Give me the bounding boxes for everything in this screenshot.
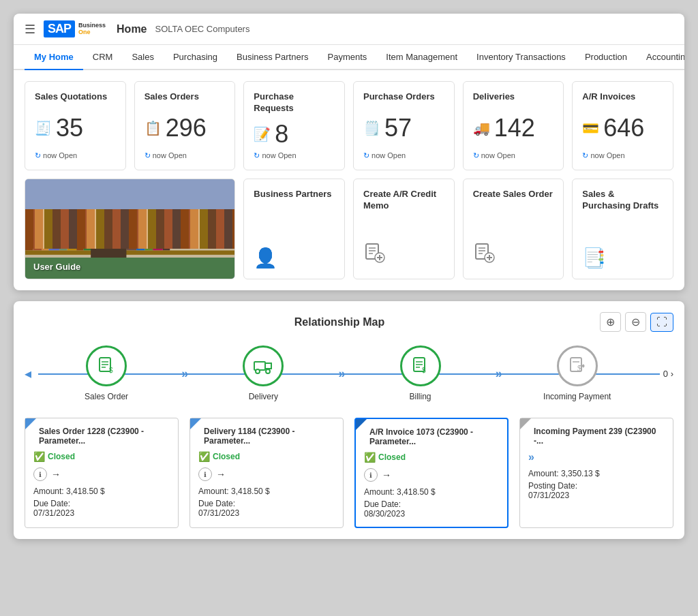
fullscreen-button[interactable]: ⛶	[650, 313, 673, 332]
hamburger-icon[interactable]: ☰	[25, 22, 35, 37]
sap-text: SAP	[44, 20, 75, 37]
amount-value: 3,418.50 $	[66, 487, 105, 496]
card-business-partners[interactable]: Business Partners 👤	[243, 179, 345, 279]
card-footer: ↻ now Open	[145, 151, 226, 160]
card-purchase-orders[interactable]: Purchase Orders 🗒️ 57 ↻ now Open	[353, 81, 455, 170]
footer-now: now	[153, 151, 166, 159]
card-purchase-requests[interactable]: Purchase Requests 📝 8 ↻ now Open	[243, 81, 345, 170]
nav-item-production[interactable]: Production	[575, 45, 637, 70]
svg-rect-13	[119, 220, 126, 250]
svg-rect-8	[76, 220, 83, 250]
purchase-orders-icon: 🗒️	[363, 120, 380, 136]
doc-amount: Amount: 3,418.50 $	[33, 487, 170, 496]
nav-item-crm[interactable]: CRM	[83, 45, 123, 70]
status-label: Closed	[213, 452, 240, 461]
main-window: ☰ SAP Business One Home SOLTA OEC Comput…	[14, 14, 684, 290]
card-count-row: 📝 8	[254, 120, 335, 149]
card-title: Purchase Orders	[363, 91, 444, 103]
card-corner	[520, 418, 531, 429]
footer-label: Open	[387, 151, 406, 159]
user-guide-card[interactable]: User Guide	[25, 179, 235, 279]
svg-rect-10	[93, 222, 102, 251]
footer-now: now	[481, 151, 495, 159]
amount-value: 3,418.50 $	[231, 487, 270, 496]
card-title: Sales Quotations	[35, 91, 116, 103]
card-count-row: 🧾 35	[35, 114, 116, 142]
doc-double-arrow-row: »	[528, 451, 665, 463]
refresh-icon[interactable]: ↻	[35, 151, 41, 159]
amount-label: Amount:	[364, 487, 395, 497]
create-ar-icon	[363, 243, 444, 269]
nav-item-payments[interactable]: Payments	[318, 45, 376, 70]
card-count-row: 🚚 142	[473, 114, 554, 142]
status-check-icon: ✅	[198, 451, 210, 462]
doc-card-title: A/R Invoice 1073 (C23900 - Parameter...	[364, 427, 499, 446]
svg-rect-5	[48, 222, 59, 251]
card-title: Business Partners	[254, 189, 335, 200]
footer-now: now	[262, 151, 275, 159]
due-date-value: 08/30/2023	[364, 509, 405, 519]
timeline-node-delivery[interactable]: Delivery	[183, 345, 344, 401]
card-title: Create A/R Credit Memo	[363, 189, 444, 212]
doc-card-ar-invoice[interactable]: A/R Invoice 1073 (C23900 - Parameter... …	[354, 418, 509, 528]
svg-rect-14	[126, 218, 136, 250]
card-create-sales-order[interactable]: Create Sales Order	[463, 179, 564, 279]
card-create-ar-credit-memo[interactable]: Create A/R Credit Memo	[353, 179, 455, 279]
refresh-icon[interactable]: ↻	[254, 151, 260, 159]
info-button[interactable]: ℹ	[364, 468, 378, 482]
svg-marker-44	[265, 363, 271, 369]
nav-item-purchasing[interactable]: Purchasing	[164, 45, 227, 70]
card-footer: ↻ now Open	[254, 151, 335, 160]
sap-subtitle: Business One	[78, 22, 106, 36]
card-corner	[25, 418, 36, 429]
doc-card-incoming-payment[interactable]: Incoming Payment 239 (C23900 -... » Amou…	[519, 418, 673, 528]
doc-card-delivery[interactable]: Delivery 1184 (C23900 - Parameter... ✅ C…	[189, 418, 344, 528]
card-sales-quotations[interactable]: Sales Quotations 🧾 35 ↻ now Open	[25, 81, 126, 170]
timeline-node-incoming-payment[interactable]: $ Incoming Payment	[497, 345, 658, 401]
card-title: Deliveries	[473, 91, 554, 103]
svg-point-45	[256, 369, 260, 373]
nav-item-inventory[interactable]: Inventory Transactions	[467, 45, 575, 70]
nav-bar: My Home CRM Sales Purchasing Business Pa…	[14, 45, 684, 70]
card-sales-orders[interactable]: Sales Orders 📋 296 ↻ now Open	[134, 81, 236, 170]
sales-order-node-circle: $	[86, 345, 127, 386]
arrow-icon: →	[51, 469, 61, 480]
nav-item-item-management[interactable]: Item Management	[376, 45, 467, 70]
card-count: 57	[384, 114, 412, 142]
footer-now: now	[590, 151, 604, 159]
nav-item-accounting[interactable]: Accounting	[637, 45, 684, 70]
amount-label: Amount:	[33, 487, 64, 496]
card-footer: ↻ now Open	[582, 151, 663, 160]
card-title: Create Sales Order	[473, 189, 554, 200]
user-guide-label: User Guide	[33, 262, 80, 272]
zoom-out-button[interactable]: ⊖	[625, 312, 646, 332]
refresh-icon[interactable]: ↻	[473, 151, 479, 159]
nav-item-myhome[interactable]: My Home	[25, 45, 83, 70]
card-sales-purchasing-drafts[interactable]: Sales & Purchasing Drafts 📑	[572, 179, 673, 279]
svg-point-20	[94, 217, 123, 248]
zoom-in-button[interactable]: ⊕	[600, 312, 621, 332]
nav-item-business-partners[interactable]: Business Partners	[227, 45, 318, 70]
card-count: 142	[494, 114, 535, 142]
cards-section: Sales Quotations 🧾 35 ↻ now Open Sales O…	[14, 70, 684, 290]
card-ar-invoices[interactable]: A/R Invoices 💳 646 ↻ now Open	[572, 81, 673, 170]
info-button[interactable]: ℹ	[33, 467, 47, 481]
due-label: Posting Date:	[528, 481, 577, 491]
timeline-node-sales-order[interactable]: $ Sales Order	[26, 345, 187, 401]
refresh-icon[interactable]: ↻	[363, 151, 369, 159]
footer-label: Open	[59, 151, 77, 159]
refresh-icon[interactable]: ↻	[582, 151, 588, 159]
info-button[interactable]: ℹ	[198, 467, 212, 481]
card-title: Sales Orders	[145, 91, 226, 103]
footer-now: now	[43, 151, 57, 159]
sales-orders-icon: 📋	[145, 120, 162, 136]
card-deliveries[interactable]: Deliveries 🚚 142 ↻ now Open	[463, 81, 564, 170]
doc-status: ✅ Closed	[364, 452, 499, 463]
refresh-icon[interactable]: ↻	[145, 151, 151, 159]
doc-arrow-row: ℹ →	[198, 467, 335, 481]
svg-rect-12	[110, 218, 119, 250]
card-count: 296	[166, 114, 207, 142]
timeline-node-billing[interactable]: $ Billing	[339, 345, 500, 401]
doc-card-sales-order[interactable]: Sales Order 1228 (C23900 - Parameter... …	[25, 418, 179, 528]
nav-item-sales[interactable]: Sales	[122, 45, 164, 70]
